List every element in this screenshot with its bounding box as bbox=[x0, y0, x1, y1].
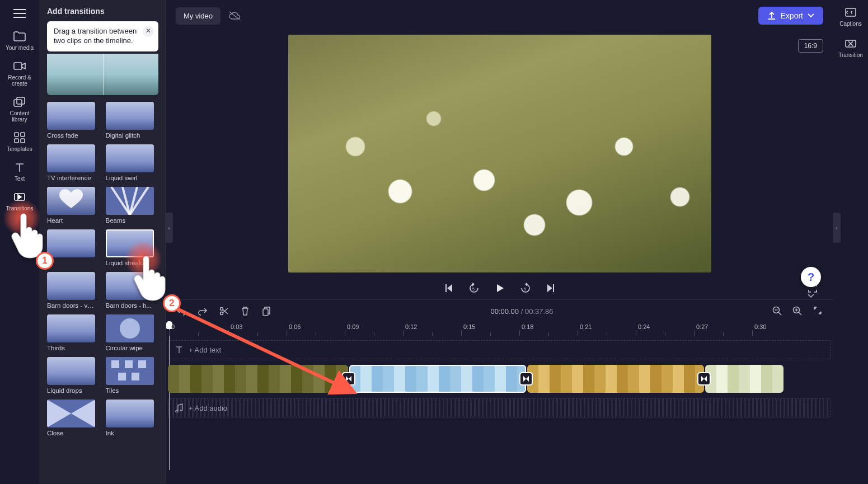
transition-thumb-tiles[interactable] bbox=[106, 357, 154, 385]
clip-2[interactable] bbox=[349, 365, 526, 393]
trash-icon[interactable] bbox=[240, 306, 251, 316]
timeline-zoom bbox=[772, 306, 823, 316]
skip-end-icon[interactable] bbox=[545, 282, 557, 294]
transition-thumb-liquid-streaks[interactable] bbox=[106, 229, 154, 257]
transition-label: Cross fade bbox=[47, 132, 95, 139]
undo-icon[interactable] bbox=[176, 307, 187, 316]
rightrail-label: Transition bbox=[838, 52, 863, 58]
play-icon[interactable] bbox=[494, 282, 506, 294]
transition-marker-3[interactable] bbox=[697, 372, 711, 386]
transition-label: Beams bbox=[106, 217, 154, 224]
redo-icon[interactable] bbox=[197, 307, 208, 316]
transition-marker-1[interactable] bbox=[342, 372, 355, 386]
transition-label: Thirds bbox=[47, 345, 95, 351]
transition-thumb-beams[interactable] bbox=[106, 187, 154, 215]
transition-thumb-close[interactable] bbox=[47, 400, 95, 427]
transition-thumb-barn-doors-vertical[interactable] bbox=[47, 272, 95, 300]
transitions-panel: Add transitions Drag a transition betwee… bbox=[39, 0, 166, 484]
clip-4[interactable] bbox=[705, 365, 783, 393]
svg-rect-2 bbox=[17, 97, 25, 104]
transition-label: Heart bbox=[47, 217, 95, 224]
zoom-out-icon[interactable] bbox=[772, 306, 783, 316]
transition-label: Tiles bbox=[106, 387, 154, 394]
transition-thumb-liquid-drops[interactable] bbox=[47, 357, 95, 385]
video-preview[interactable] bbox=[288, 35, 711, 272]
transition-thumb-unlabeled[interactable] bbox=[47, 229, 95, 257]
sidebar-item-text[interactable]: Text bbox=[3, 160, 36, 182]
cloud-off-icon[interactable] bbox=[228, 10, 241, 22]
video-track bbox=[168, 365, 831, 393]
transition-thumb-liquid-swirl[interactable] bbox=[106, 144, 154, 172]
fit-zoom-icon[interactable] bbox=[812, 306, 823, 316]
svg-rect-19 bbox=[138, 360, 146, 368]
transition-label: Close bbox=[47, 430, 95, 436]
rightrail-item-captions[interactable]: Captions bbox=[839, 6, 861, 27]
sidebar-item-transitions[interactable]: Transitions bbox=[3, 190, 36, 212]
rightrail-label: Captions bbox=[839, 21, 861, 27]
collapse-right-icon[interactable]: › bbox=[833, 213, 841, 243]
transition-label: Barn doors - h... bbox=[106, 302, 154, 309]
sidebar-item-content-library[interactable]: Content library bbox=[3, 95, 36, 123]
clip-1[interactable] bbox=[168, 365, 348, 393]
time-duration: 00:37.86 bbox=[525, 307, 553, 316]
aspect-ratio-button[interactable]: 16:9 bbox=[798, 39, 823, 53]
tooltip-illustration bbox=[47, 54, 158, 95]
svg-rect-4 bbox=[21, 133, 25, 137]
camera-icon bbox=[3, 59, 36, 73]
transition-label: Liquid streaks bbox=[106, 260, 154, 266]
timeline-ruler[interactable]: 0 0:03 0:06 0:09 0:12 0:15 0:18 0:21 0:2… bbox=[168, 322, 831, 336]
sidebar-item-record-create[interactable]: Record & create bbox=[3, 59, 36, 87]
transition-marker-2[interactable] bbox=[519, 372, 533, 386]
menu-icon[interactable] bbox=[12, 6, 27, 21]
text-icon bbox=[175, 346, 183, 354]
svg-rect-6 bbox=[21, 139, 25, 143]
close-icon[interactable]: ✕ bbox=[143, 26, 154, 37]
rightrail-item-transition[interactable]: Transition bbox=[838, 37, 863, 58]
transition-thumb-heart[interactable] bbox=[47, 187, 95, 215]
svg-text:5: 5 bbox=[524, 287, 526, 291]
transition-thumb-circular-wipe[interactable] bbox=[106, 314, 154, 342]
time-current: 00:00.00 bbox=[490, 307, 519, 316]
transition-label: Barn doors - ve... bbox=[47, 302, 95, 309]
sidebar-item-your-media[interactable]: Your media bbox=[3, 29, 36, 51]
zoom-in-icon[interactable] bbox=[792, 306, 803, 316]
transition-thumb-ink[interactable] bbox=[106, 400, 154, 427]
chevron-down-icon[interactable] bbox=[801, 290, 821, 302]
svg-rect-21 bbox=[132, 373, 139, 380]
timeline-section: 00:00.00 / 00:37.86 0 0:03 0:06 0:09 0:1 bbox=[166, 299, 833, 484]
rail-label: Templates bbox=[3, 146, 36, 152]
forward-5-icon[interactable]: 5 bbox=[519, 282, 532, 294]
transition-thumb-barn-doors-horizontal[interactable] bbox=[106, 272, 154, 300]
top-bar: My video Export bbox=[166, 0, 833, 31]
svg-rect-1 bbox=[14, 100, 22, 106]
clip-3[interactable] bbox=[527, 365, 704, 393]
transition-label: Circular wipe bbox=[106, 345, 154, 351]
transition-thumb-tv-interference[interactable] bbox=[47, 144, 95, 172]
duplicate-icon[interactable] bbox=[261, 306, 272, 316]
transition-thumb-cross-fade[interactable] bbox=[47, 102, 95, 130]
svg-rect-3 bbox=[15, 133, 18, 137]
svg-text:5: 5 bbox=[472, 287, 475, 291]
transition-label: Liquid drops bbox=[47, 387, 95, 394]
captions-icon bbox=[839, 6, 861, 19]
text-track[interactable]: + Add text bbox=[168, 340, 831, 359]
transition-thumb-thirds[interactable] bbox=[47, 314, 95, 342]
rail-label: Record & create bbox=[3, 74, 36, 87]
svg-rect-18 bbox=[125, 360, 133, 368]
project-name[interactable]: My video bbox=[176, 7, 220, 25]
preview-area: 16:9 bbox=[166, 31, 833, 277]
playback-controls: 5 5 bbox=[166, 277, 833, 299]
skip-start-icon[interactable] bbox=[442, 282, 454, 294]
audio-track[interactable]: + Add audio bbox=[168, 398, 831, 417]
rail-label: Content library bbox=[3, 110, 36, 123]
transition-thumb-digital-glitch[interactable] bbox=[106, 102, 154, 130]
left-rail: Your media Record & create Content libra… bbox=[0, 0, 39, 484]
scissors-icon[interactable] bbox=[218, 307, 229, 316]
folder-icon bbox=[3, 29, 36, 44]
rewind-5-icon[interactable]: 5 bbox=[468, 282, 480, 294]
add-text-label: + Add text bbox=[189, 346, 221, 354]
export-button[interactable]: Export bbox=[758, 7, 823, 25]
music-icon bbox=[175, 403, 183, 412]
help-button[interactable]: ? bbox=[801, 267, 821, 287]
sidebar-item-templates[interactable]: Templates bbox=[3, 130, 36, 152]
